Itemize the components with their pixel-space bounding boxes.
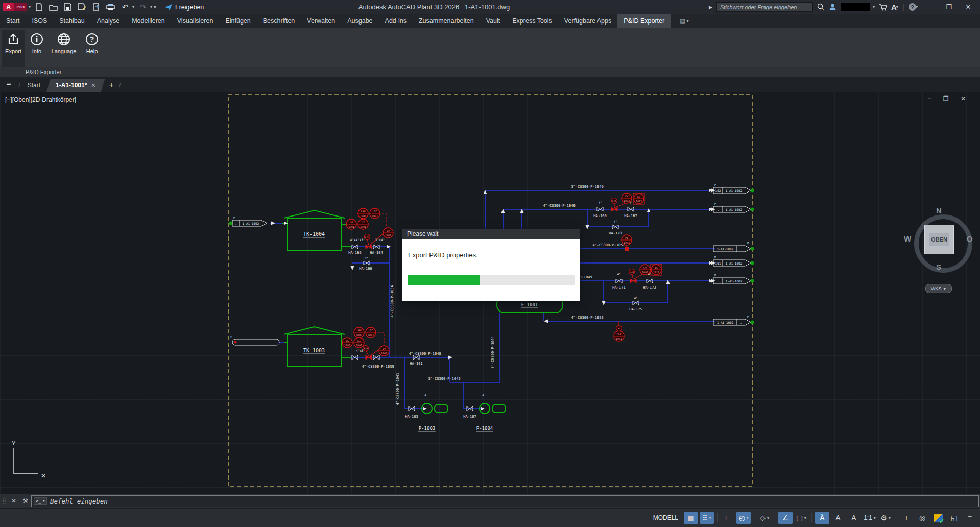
viewcube-face-top[interactable]: OBEN (924, 225, 954, 254)
fullscreen-icon[interactable]: ◱ (947, 512, 961, 524)
viewcube-west[interactable]: W (904, 234, 911, 243)
pid-text: 4"-CS300-P-1041 (396, 373, 400, 405)
file-tab-start[interactable]: Start (21, 79, 46, 92)
viewcube-south[interactable]: S (936, 262, 941, 271)
snap-icon[interactable]: ⠿▾ (700, 512, 714, 524)
file-tab-drawing[interactable]: 1-A1-1001* ✕ (46, 79, 105, 92)
ribbon-tab-modellieren[interactable]: Modellieren (126, 14, 171, 28)
wks-dropdown[interactable]: WKS▼ (925, 284, 952, 293)
pid-text: LIC (368, 329, 373, 332)
user-caret-icon[interactable]: ▾ (873, 5, 875, 9)
graphics-performance-icon[interactable]: ✓ (931, 512, 945, 524)
annotation-visibility-icon[interactable]: Å (815, 512, 829, 524)
info-label: Info (32, 48, 41, 54)
new-file-icon[interactable] (34, 2, 45, 12)
export-icon (7, 33, 20, 46)
ribbon-tab-express-tools[interactable]: Express Tools (506, 14, 558, 28)
autoscale-icon[interactable]: A (831, 512, 845, 524)
ribbon-tab-verf-gbare-apps[interactable]: Verfügbare Apps (558, 14, 617, 28)
ribbon-tab-vault[interactable]: Vault (480, 14, 507, 28)
open-folder-icon[interactable] (48, 2, 59, 12)
object-snap-icon[interactable]: ▢▾ (794, 512, 808, 524)
tab-close-icon[interactable]: ✕ (91, 82, 95, 89)
svg-text:P: P (233, 216, 235, 219)
help-icon[interactable]: ? ▾ (909, 3, 918, 11)
infocenter-collapse-icon[interactable]: ▶ (709, 5, 712, 10)
command-close-icon[interactable]: ✕ (11, 497, 16, 505)
command-grip-icon[interactable]: ⣿ (2, 498, 6, 505)
autodesk-account-icon[interactable]: A ▾ (891, 3, 898, 11)
undo-caret-icon[interactable]: ▾ (132, 5, 134, 9)
ribbon-tab-bar: StartISOSStahlbauAnalyseModellierenVisua… (0, 14, 980, 28)
ribbon-tab-einf-gen[interactable]: Einfügen (219, 14, 256, 28)
ribbon-tab-stahlbau[interactable]: Stahlbau (53, 14, 90, 28)
undo-icon[interactable]: ↶ (119, 2, 131, 12)
share-label: Freigeben (175, 4, 204, 11)
ribbon-tab-isos[interactable]: ISOS (26, 14, 53, 28)
pid-text: 1002 (356, 344, 362, 347)
ribbon-tab-add-ins[interactable]: Add-ins (379, 14, 413, 28)
file-tab-menu-icon[interactable]: ≡ (0, 78, 17, 92)
ribbon-collapse-icon[interactable]: ▤ ▾ (680, 14, 688, 28)
new-tab-button[interactable]: + (109, 79, 114, 92)
pid-text: 4" (617, 272, 620, 276)
grid-icon[interactable]: ▦ (684, 512, 698, 524)
avatar-icon[interactable] (829, 3, 836, 11)
close-button[interactable]: ✕ (961, 3, 976, 11)
svg-text:✕: ✕ (41, 472, 46, 480)
save-as-icon[interactable] (77, 2, 88, 12)
export-file-icon[interactable] (91, 2, 102, 12)
redo-caret-icon[interactable]: ▾ (150, 5, 152, 9)
command-prompt-icon[interactable]: >_▼ (34, 497, 47, 505)
help-glyph: ? (909, 3, 916, 11)
workspace-gear-icon[interactable]: ⚙▾ (878, 512, 893, 524)
app-logo[interactable]: A P3D (3, 2, 27, 12)
plot-icon[interactable] (105, 2, 116, 12)
app-store-cart-icon[interactable] (879, 4, 887, 11)
command-input[interactable]: >_▼ Befehl eingeben (31, 495, 979, 507)
ribbon-tab-start[interactable]: Start (0, 14, 26, 28)
redo-icon[interactable]: ↷ (137, 2, 149, 12)
viewcube[interactable]: N W O S OBEN (909, 209, 968, 269)
flow-arrow (448, 356, 452, 360)
ribbon-tab-visualisieren[interactable]: Visualisieren (171, 14, 220, 28)
minimize-button[interactable]: − (922, 3, 937, 11)
app-logo-caret-icon[interactable]: ▾ (29, 5, 31, 9)
viewcube-east[interactable]: O (967, 234, 973, 243)
ribbon-tab-analyse[interactable]: Analyse (91, 14, 126, 28)
capsule-connector (232, 339, 279, 345)
pid-text: ES (637, 195, 640, 198)
pid-text: HA-103 (405, 415, 418, 419)
ribbon-tab-ausgabe[interactable]: Ausgabe (341, 14, 378, 28)
export-button[interactable]: Export (2, 30, 25, 69)
polar-tracking-icon[interactable]: ◴▾ (736, 512, 751, 524)
isometric-drafting-icon[interactable]: ◇▾ (757, 512, 772, 524)
ortho-icon[interactable]: ∟ (721, 512, 735, 524)
qat-customize-icon[interactable]: ▾ (154, 4, 156, 10)
language-button[interactable]: Language (49, 30, 79, 69)
object-snap-tracking-icon[interactable]: ∠ (778, 512, 793, 524)
share-button[interactable]: Freigeben (164, 4, 204, 11)
equipment-label-TK-1003: TK-1003 (303, 348, 325, 353)
help-ribbon-button[interactable]: ? Help (81, 30, 103, 69)
dialog-title: Please wait (402, 229, 580, 239)
command-wrench-icon[interactable]: ⚒ (22, 497, 28, 505)
info-button[interactable]: Info (26, 30, 48, 69)
customization-menu-icon[interactable]: ≡ (963, 512, 977, 524)
viewcube-north[interactable]: N (936, 206, 942, 215)
ribbon-tab-zusammenarbeiten[interactable]: Zusammenarbeiten (413, 14, 480, 28)
restore-button[interactable]: ❐ (941, 3, 957, 11)
search-input[interactable]: Stichwort oder Frage eingeben (716, 2, 813, 12)
ribbon-tab-p-id-exporter[interactable]: P&ID Exporter (617, 14, 671, 28)
annotation-scale-icon[interactable]: A (847, 512, 861, 524)
model-space-label[interactable]: MODELL (653, 514, 678, 521)
crosshair-icon[interactable]: + (899, 512, 914, 524)
ribbon-tab-verwalten[interactable]: Verwalten (301, 14, 341, 28)
ribbon-tab-beschriften[interactable]: Beschriften (257, 14, 301, 28)
isolate-objects-icon[interactable]: ◎ (915, 512, 929, 524)
ribbon-help-label: Help (86, 48, 98, 54)
save-icon[interactable] (62, 2, 74, 12)
search-icon[interactable] (817, 3, 825, 11)
scale-value[interactable]: 1:1▾ (863, 512, 877, 524)
pid-text: E/A (630, 271, 634, 273)
